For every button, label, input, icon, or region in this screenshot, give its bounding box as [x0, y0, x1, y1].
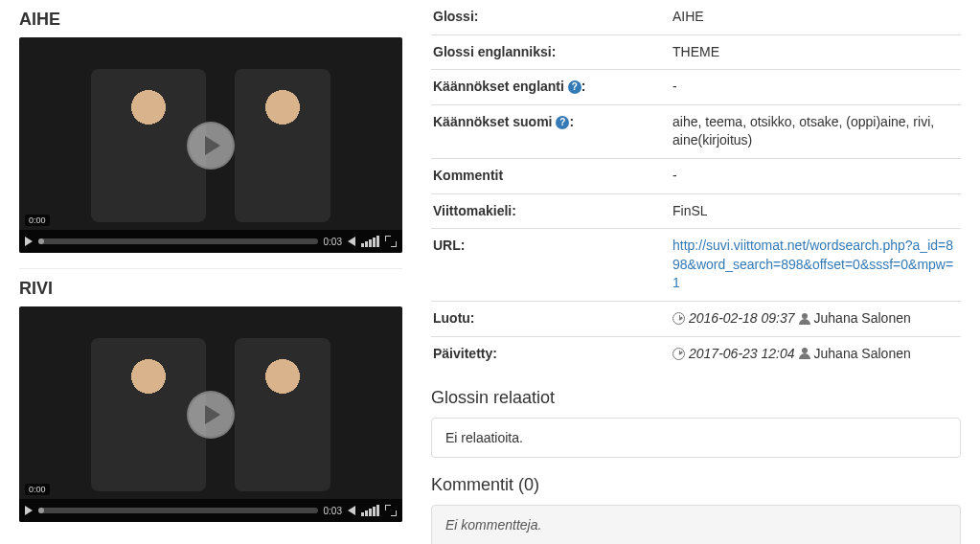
fullscreen-icon[interactable]: [385, 236, 397, 247]
video-controls: 0:03: [19, 230, 402, 253]
duration-label: 0:03: [324, 506, 342, 516]
play-button[interactable]: [187, 391, 235, 439]
updated-label: Päivitetty:: [431, 336, 671, 371]
comments-title: Kommentit (0): [431, 475, 961, 495]
video-player-aihe[interactable]: 0:00 0:03: [19, 37, 402, 253]
divider: [19, 268, 402, 269]
comments-label: Kommentit: [431, 158, 671, 193]
relations-title: Glossin relaatiot: [431, 388, 961, 408]
help-icon[interactable]: ?: [568, 80, 581, 94]
progress-bar[interactable]: [38, 238, 318, 244]
glossi-en-value: THEME: [671, 34, 961, 70]
volume-bars[interactable]: [361, 505, 379, 516]
user-icon: [799, 348, 810, 359]
duration-label: 0:03: [324, 237, 342, 247]
relations-panel: Ei relaatioita.: [431, 418, 961, 458]
created-label: Luotu:: [431, 301, 671, 336]
created-by: Juhana Salonen: [814, 309, 911, 329]
play-button[interactable]: [187, 122, 235, 170]
glossi-en-label: Glossi englanniksi:: [431, 34, 671, 70]
trans-en-value: -: [671, 70, 961, 105]
user-icon: [799, 313, 810, 325]
glossi-label: Glossi:: [431, 0, 671, 34]
signlang-value: FinSL: [671, 193, 961, 229]
video-block-aihe: AIHE 0:00 0:03: [19, 10, 402, 253]
created-time: 2016-02-18 09:37: [689, 309, 795, 329]
relations-empty: Ei relaatioita.: [445, 430, 523, 445]
updated-time: 2017-06-23 12:04: [689, 345, 795, 364]
created-meta: 2016-02-18 09:37 Juhana Salonen: [672, 309, 955, 329]
signer-side: [235, 338, 330, 491]
video-title-aihe: AIHE: [19, 10, 402, 30]
time-badge: 0:00: [25, 215, 50, 226]
comments-panel: Ei kommentteja. Kommentti: [431, 505, 961, 544]
video-block-rivi: RIVI 0:00 0:03: [19, 279, 402, 522]
video-controls: 0:03: [19, 499, 402, 522]
progress-bar[interactable]: [38, 508, 318, 513]
volume-bars[interactable]: [361, 236, 379, 247]
fullscreen-icon[interactable]: [385, 505, 397, 516]
details-column: Glossi: AIHE Glossi englanniksi: THEME K…: [422, 0, 961, 544]
signer-side: [235, 69, 330, 222]
video-player-rivi[interactable]: 0:00 0:03: [19, 306, 402, 522]
trans-fi-value: aihe, teema, otsikko, otsake, (oppi)aine…: [671, 104, 961, 158]
comments-empty: Ei kommentteja.: [445, 517, 541, 533]
help-icon[interactable]: ?: [556, 116, 569, 129]
url-link[interactable]: http://suvi.viittomat.net/wordsearch.php…: [672, 238, 953, 290]
clock-icon: [672, 348, 685, 360]
trans-fi-label: Käännökset suomi ?:: [431, 104, 671, 158]
time-badge: 0:00: [25, 484, 50, 495]
updated-by: Juhana Salonen: [814, 345, 911, 364]
volume-icon[interactable]: [348, 237, 355, 246]
info-table: Glossi: AIHE Glossi englanniksi: THEME K…: [431, 0, 961, 371]
video-column: AIHE 0:00 0:03 RIVI: [19, 0, 422, 544]
comments-value: -: [671, 158, 961, 193]
volume-icon[interactable]: [348, 506, 355, 515]
trans-en-label: Käännökset englanti ?:: [431, 70, 671, 105]
signlang-label: Viittomakieli:: [431, 193, 671, 229]
url-label: URL:: [431, 229, 671, 302]
updated-meta: 2017-06-23 12:04 Juhana Salonen: [672, 345, 955, 364]
play-icon[interactable]: [25, 237, 33, 246]
glossi-value: AIHE: [671, 0, 961, 34]
clock-icon: [672, 312, 685, 325]
video-title-rivi: RIVI: [19, 279, 402, 299]
play-icon[interactable]: [25, 506, 33, 515]
